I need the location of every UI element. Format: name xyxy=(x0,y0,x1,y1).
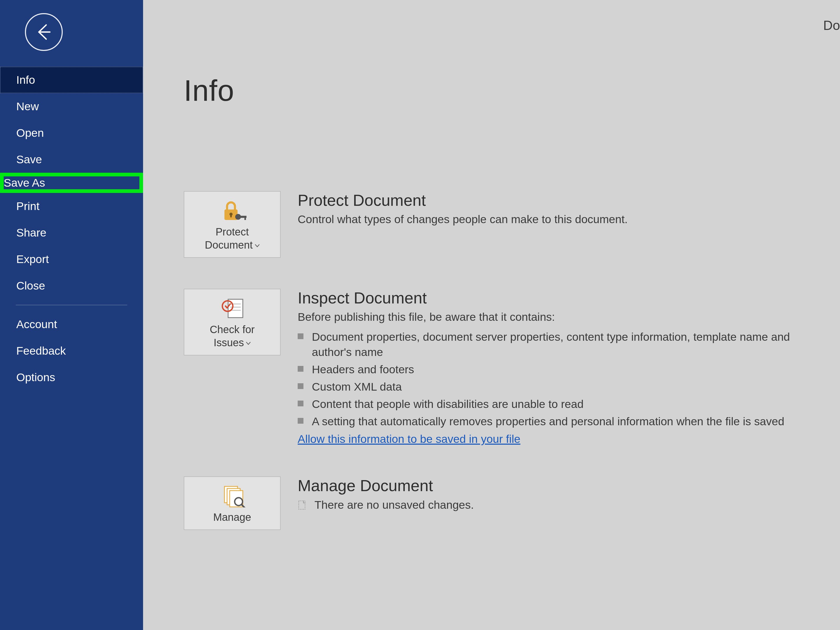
back-arrow-icon xyxy=(34,22,54,42)
bullet-icon xyxy=(298,383,303,389)
sidebar-item-close[interactable]: Close xyxy=(0,273,143,299)
allow-save-information-link[interactable]: Allow this information to be saved in yo… xyxy=(298,433,520,445)
sidebar-item-save-as-highlight: Save As xyxy=(0,173,143,193)
sidebar-item-label: Save As xyxy=(4,177,45,189)
list-item-text: Headers and footers xyxy=(312,362,414,377)
sidebar-item-print[interactable]: Print xyxy=(0,193,143,219)
sidebar-item-label: Feedback xyxy=(16,344,66,357)
section-manage-document: Manage Manage Document There are no unsa… xyxy=(184,477,840,530)
document-outline-icon xyxy=(298,500,307,510)
list-item: Headers and footers xyxy=(298,362,827,377)
check-for-issues-button[interactable]: Check for Issues xyxy=(184,289,281,355)
sidebar-item-label: Print xyxy=(16,200,39,212)
svg-rect-17 xyxy=(299,501,305,509)
sidebar-item-label: Info xyxy=(16,74,35,86)
svg-point-4 xyxy=(235,214,241,220)
back-button[interactable] xyxy=(25,13,63,51)
tile-label-line1: Protect xyxy=(216,226,249,238)
section-body: Protect Document Control what types of c… xyxy=(298,191,840,227)
sidebar-item-label: Options xyxy=(16,371,55,384)
sidebar: Info New Open Save Save As Print Share E… xyxy=(0,0,143,630)
section-body: Manage Document There are no unsaved cha… xyxy=(298,477,840,512)
list-item: A setting that automatically removes pro… xyxy=(298,414,827,429)
svg-rect-3 xyxy=(230,214,232,217)
sidebar-item-label: Close xyxy=(16,279,45,292)
sidebar-item-info[interactable]: Info xyxy=(0,67,143,93)
sidebar-item-label: Open xyxy=(16,126,44,139)
list-item: Content that people with disabilities ar… xyxy=(298,396,827,412)
section-title: Manage Document xyxy=(298,477,827,495)
protect-document-icon xyxy=(215,199,250,222)
section-body: Inspect Document Before publishing this … xyxy=(298,289,840,445)
tile-label: Check for Issues xyxy=(210,323,255,349)
tile-label: Manage xyxy=(213,510,251,524)
sidebar-item-new[interactable]: New xyxy=(0,93,143,120)
list-item-text: Custom XML data xyxy=(312,379,402,394)
sidebar-item-label: New xyxy=(16,100,39,113)
section-title: Inspect Document xyxy=(298,289,827,307)
sidebar-item-save[interactable]: Save xyxy=(0,146,143,173)
sidebar-separator xyxy=(16,305,127,305)
sidebar-item-label: Export xyxy=(16,253,49,265)
tile-label-line2: Issues xyxy=(214,337,244,348)
section-description: Control what types of changes people can… xyxy=(298,212,827,227)
sidebar-item-export[interactable]: Export xyxy=(0,246,143,273)
inspect-issues-list: Document properties, document server pro… xyxy=(298,329,827,429)
sidebar-item-label: Share xyxy=(16,226,46,239)
section-inspect-document: Check for Issues Inspect Document Before… xyxy=(184,289,840,445)
list-item: Document properties, document server pro… xyxy=(298,329,827,360)
bullet-icon xyxy=(298,366,303,372)
backstage-view: Info New Open Save Save As Print Share E… xyxy=(0,0,840,630)
dropdown-caret-icon xyxy=(255,238,260,251)
tile-label-line1: Check for xyxy=(210,324,255,335)
sidebar-item-options[interactable]: Options xyxy=(0,364,143,391)
tile-label-line1: Manage xyxy=(213,512,251,523)
check-for-issues-icon xyxy=(215,296,250,320)
section-title: Protect Document xyxy=(298,191,827,210)
svg-rect-6 xyxy=(245,216,246,220)
page-title: Info xyxy=(184,74,234,107)
sidebar-item-open[interactable]: Open xyxy=(0,120,143,146)
tile-label-line2: Document xyxy=(205,239,253,251)
protect-document-button[interactable]: Protect Document xyxy=(184,191,281,258)
sidebar-item-feedback[interactable]: Feedback xyxy=(0,338,143,364)
manage-status-row: There are no unsaved changes. xyxy=(298,499,827,512)
bullet-icon xyxy=(298,418,303,424)
section-description: Before publishing this file, be aware th… xyxy=(298,309,827,324)
info-sections: Protect Document Protect Document Contro… xyxy=(184,191,840,530)
tile-label: Protect Document xyxy=(205,225,259,251)
bullet-icon xyxy=(298,333,303,339)
main-panel: Do Info xyxy=(143,0,840,630)
section-protect-document: Protect Document Protect Document Contro… xyxy=(184,191,840,258)
sidebar-item-save-as[interactable]: Save As xyxy=(4,177,139,189)
sidebar-item-account[interactable]: Account xyxy=(0,311,143,338)
manage-document-icon xyxy=(215,484,250,507)
list-item: Custom XML data xyxy=(298,379,827,394)
title-bar-partial-text: Do xyxy=(823,18,840,33)
list-item-text: A setting that automatically removes pro… xyxy=(312,414,784,429)
list-item-text: Document properties, document server pro… xyxy=(312,329,827,360)
bullet-icon xyxy=(298,401,303,406)
list-item-text: Content that people with disabilities ar… xyxy=(312,396,584,412)
sidebar-item-share[interactable]: Share xyxy=(0,219,143,246)
manage-document-button[interactable]: Manage xyxy=(184,477,281,530)
dropdown-caret-icon xyxy=(246,336,251,349)
sidebar-item-label: Account xyxy=(16,318,57,330)
manage-status-text: There are no unsaved changes. xyxy=(314,499,474,512)
sidebar-item-label: Save xyxy=(16,153,42,166)
